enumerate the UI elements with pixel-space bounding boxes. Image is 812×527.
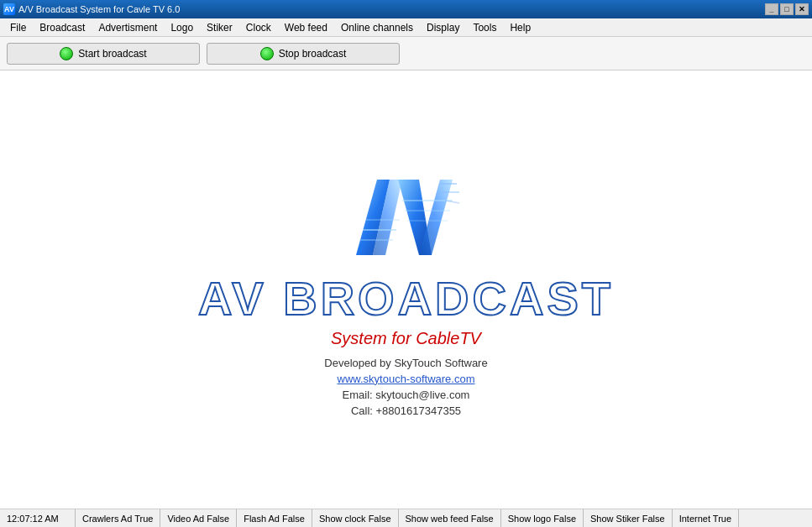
logo-container: AV BROADCAST System for CableTV Develope… [198, 163, 614, 417]
status-item: Flash Ad False [237, 509, 312, 527]
status-item: Show logo False [501, 509, 584, 527]
stop-broadcast-button[interactable]: Stop broadcast [207, 43, 400, 65]
status-item: Video Ad False [160, 509, 237, 527]
av-broadcast-heading: AV BROADCAST [198, 275, 614, 322]
menu-bar: FileBroadcastAdvertismentLogoStikerClock… [0, 18, 812, 37]
minimize-button[interactable]: _ [765, 3, 778, 15]
app-icon: AV [3, 3, 15, 15]
menu-item-online-channels[interactable]: Online channels [334, 20, 420, 35]
menu-item-logo[interactable]: Logo [164, 20, 200, 35]
menu-item-broadcast[interactable]: Broadcast [33, 20, 92, 35]
start-broadcast-label: Start broadcast [78, 48, 146, 60]
title-bar: AV A/V Broadcast System for Cavle TV 6.0… [0, 0, 812, 18]
close-button[interactable]: ✕ [795, 3, 809, 15]
restore-button[interactable]: □ [780, 3, 794, 15]
window-controls: _ □ ✕ [765, 3, 809, 15]
website-link[interactable]: www.skytouch-software.com [338, 373, 475, 385]
status-item: Crawlers Ad True [76, 509, 160, 527]
stop-broadcast-label: Stop broadcast [279, 48, 347, 60]
stop-icon [260, 47, 274, 60]
av-logo-svg [322, 163, 490, 272]
status-item: Show Stiker False [584, 509, 673, 527]
email-text: Email: skytouch@live.com [343, 389, 470, 401]
status-bar: 12:07:12 AMCrawlers Ad TrueVideo Ad Fals… [0, 509, 812, 527]
menu-item-tools[interactable]: Tools [466, 20, 503, 35]
menu-item-advertisment[interactable]: Advertisment [92, 20, 164, 35]
menu-item-web-feed[interactable]: Web feed [278, 20, 334, 35]
start-broadcast-button[interactable]: Start broadcast [7, 43, 200, 65]
status-item: Show web feed False [399, 509, 501, 527]
menu-item-display[interactable]: Display [420, 20, 466, 35]
start-icon [60, 47, 73, 60]
status-item: Show clock False [312, 509, 399, 527]
menu-item-stiker[interactable]: Stiker [200, 20, 239, 35]
window-title: A/V Broadcast System for Cavle TV 6.0 [18, 4, 180, 14]
menu-item-clock[interactable]: Clock [239, 20, 278, 35]
status-item: Internet True [673, 509, 739, 527]
main-content: AV BROADCAST System for CableTV Develope… [0, 70, 812, 509]
developed-by-text: Developed by SkyTouch Software [324, 357, 487, 369]
menu-item-help[interactable]: Help [503, 20, 537, 35]
system-subtitle: System for CableTV [331, 329, 481, 348]
call-text: Call: +8801617347355 [351, 404, 461, 417]
status-item: 12:07:12 AM [0, 509, 76, 527]
toolbar: Start broadcast Stop broadcast [0, 37, 812, 70]
title-bar-left: AV A/V Broadcast System for Cavle TV 6.0 [3, 3, 180, 15]
menu-item-file[interactable]: File [3, 20, 33, 35]
